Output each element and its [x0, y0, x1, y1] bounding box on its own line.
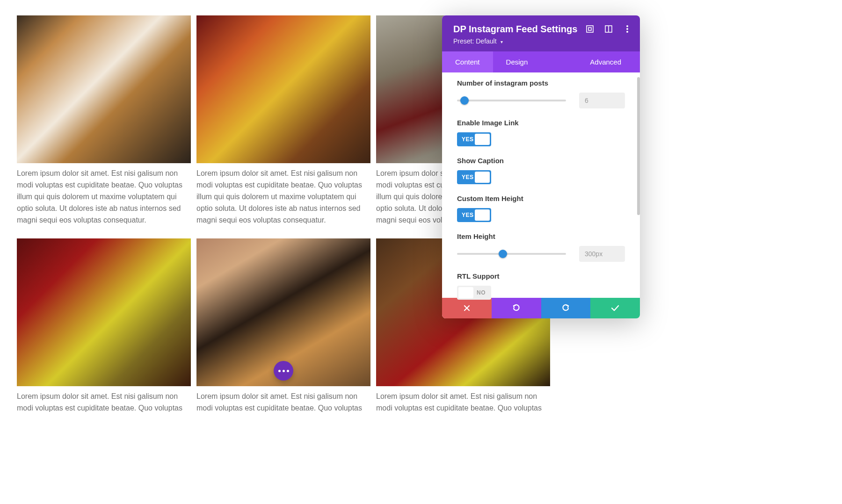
settings-tabs: Content Design Advanced — [442, 51, 640, 72]
field-custom-height: Custom Item Height YES — [442, 194, 640, 232]
slider-thumb[interactable] — [499, 250, 507, 258]
enable-link-toggle[interactable]: YES — [457, 132, 491, 146]
num-posts-slider[interactable] — [457, 100, 566, 101]
tab-content[interactable]: Content — [442, 51, 493, 72]
field-item-height: Item Height 300px — [442, 232, 640, 272]
feed-item: Lorem ipsum dolor sit amet. Est nisi gal… — [196, 238, 370, 421]
field-label: Number of instagram posts — [457, 79, 625, 87]
expand-icon[interactable] — [586, 25, 594, 33]
toggle-knob — [475, 209, 490, 221]
header-icons — [586, 25, 632, 33]
show-caption-toggle[interactable]: YES — [457, 170, 491, 184]
toggle-knob — [475, 172, 490, 183]
feed-caption: Lorem ipsum dolor sit amet. Est nisi gal… — [196, 163, 370, 233]
feed-image[interactable] — [196, 15, 370, 163]
rtl-toggle[interactable]: NO — [457, 286, 491, 300]
svg-point-6 — [626, 31, 628, 33]
kebab-icon[interactable] — [623, 25, 632, 33]
feed-item: Lorem ipsum dolor sit amet. Est nisi gal… — [17, 15, 191, 233]
svg-point-4 — [626, 25, 628, 27]
field-enable-link: Enable Image Link YES — [442, 119, 640, 157]
svg-rect-0 — [587, 26, 593, 32]
feed-image[interactable] — [17, 15, 191, 163]
field-label: Show Caption — [457, 157, 625, 165]
feed-item: Lorem ipsum dolor sit amet. Est nisi gal… — [196, 15, 370, 233]
item-height-slider[interactable] — [457, 253, 566, 255]
dots-icon — [278, 370, 281, 372]
field-show-caption: Show Caption YES — [442, 157, 640, 194]
toggle-knob — [475, 134, 490, 145]
tab-design[interactable]: Design — [493, 51, 541, 72]
feed-image[interactable] — [17, 238, 191, 386]
svg-rect-1 — [588, 28, 591, 30]
num-posts-value[interactable]: 6 — [579, 93, 625, 108]
preset-selector[interactable]: Preset: Default ▾ — [453, 37, 629, 45]
slider-thumb[interactable] — [460, 96, 469, 105]
feed-caption: Lorem ipsum dolor sit amet. Est nisi gal… — [376, 386, 550, 421]
settings-panel: DP Instagram Feed Settings Preset: Defau… — [442, 15, 640, 318]
field-num-posts: Number of instagram posts 6 — [442, 79, 640, 119]
field-label: RTL Support — [457, 272, 625, 280]
field-label: Enable Image Link — [457, 119, 625, 127]
feed-item: Lorem ipsum dolor sit amet. Est nisi gal… — [17, 238, 191, 421]
feed-caption: Lorem ipsum dolor sit amet. Est nisi gal… — [17, 386, 191, 421]
tab-advanced[interactable]: Advanced — [577, 51, 640, 72]
svg-point-5 — [626, 28, 628, 30]
instagram-feed-grid: Lorem ipsum dolor sit amet. Est nisi gal… — [0, 0, 842, 421]
caret-down-icon: ▾ — [501, 39, 503, 44]
feed-caption: Lorem ipsum dolor sit amet. Est nisi gal… — [196, 386, 370, 421]
item-height-value[interactable]: 300px — [579, 246, 625, 262]
panel-body: Number of instagram posts 6 Enable Image… — [442, 72, 640, 298]
responsive-icon[interactable] — [604, 25, 613, 33]
panel-header: DP Instagram Feed Settings Preset: Defau… — [442, 15, 640, 51]
scrollbar[interactable] — [637, 77, 640, 215]
toggle-knob — [458, 287, 473, 298]
custom-height-toggle[interactable]: YES — [457, 208, 491, 222]
field-rtl: RTL Support NO — [442, 272, 640, 310]
feed-caption: Lorem ipsum dolor sit amet. Est nisi gal… — [17, 163, 191, 233]
floating-action-button[interactable] — [274, 361, 293, 381]
field-label: Item Height — [457, 232, 625, 240]
field-label: Custom Item Height — [457, 194, 625, 202]
